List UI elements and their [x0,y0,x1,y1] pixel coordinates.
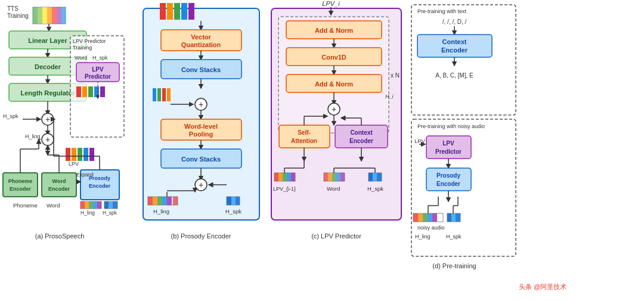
svg-rect-163 [451,213,456,222]
svg-text:Encoder: Encoder [48,186,70,192]
svg-rect-129 [336,173,340,181]
svg-rect-37 [85,201,89,209]
svg-rect-40 [97,201,101,209]
svg-text:Encoder: Encoder [89,183,111,189]
svg-rect-36 [80,201,85,209]
svg-rect-87 [162,197,167,205]
svg-rect-51 [88,86,93,97]
svg-rect-60 [188,3,194,20]
svg-rect-157 [418,213,423,222]
xn-label: x N [391,72,400,79]
decoder-label: Decoder [35,63,61,70]
svg-rect-50 [82,86,87,97]
add-norm-top-label: Add & Norm [315,27,353,34]
svg-text:+: + [45,135,50,144]
svg-rect-148 [426,136,471,159]
tts-label: TTS [7,5,18,12]
svg-rect-123 [287,173,291,181]
svg-text:Training: Training [73,45,92,51]
svg-rect-24 [72,148,76,161]
conv-stacks-top-label: Conv Stacks [181,66,221,73]
svg-rect-152 [426,168,471,191]
svg-rect-127 [328,173,332,181]
svg-rect-91 [227,197,231,205]
expand-label: Expand [76,172,94,178]
pretraining-noisy-label: Pre-training with noisy audio [417,123,485,129]
lpv-label-a: LPV [69,161,79,167]
svg-rect-4 [47,7,52,24]
svg-rect-69 [162,88,166,101]
svg-rect-158 [423,213,428,222]
hspk-lpv-label: H_spk [92,55,108,61]
conv-stacks-bottom-label: Conv Stacks [181,156,221,163]
svg-rect-126 [324,173,328,181]
hspk-bottom-label: H_spk [103,210,117,216]
svg-rect-23 [66,148,70,161]
lpv-predictor-d-label: LPV [442,140,454,147]
svg-rect-156 [413,213,418,222]
svg-text:+: + [45,114,50,124]
svg-rect-25 [78,148,82,161]
prosody-encoder-d-label: Prosody [436,172,460,179]
add-norm-bottom-label: Add & Norm [315,80,353,88]
word-encoder-label: Word [52,178,66,184]
svg-rect-28 [3,173,38,197]
svg-rect-109 [279,125,330,148]
svg-rect-6 [57,7,61,24]
word-bottom-label: Word [47,202,60,209]
training-label: Training [7,13,29,19]
svg-rect-59 [181,3,187,20]
svg-text:Encoder: Encoder [349,138,373,144]
hling-d-label: H_ling [415,234,431,240]
noisy-audio-label: noisy audio [417,225,445,231]
caption-d: (d) Pre-training [432,262,476,269]
lpv-d-label: LPV [414,138,426,144]
svg-rect-43 [109,201,113,209]
svg-rect-3 [42,7,47,24]
svg-text:+: + [199,180,203,190]
svg-text:Encoder: Encoder [436,181,460,187]
svg-text:Encoder: Encoder [10,186,32,192]
svg-rect-84 [148,197,153,205]
vector-quantization-label: Vector [191,33,211,41]
svg-rect-132 [369,173,373,181]
context-encoder-c-label: Context [350,129,373,136]
svg-rect-49 [76,86,81,97]
svg-rect-56 [160,3,166,20]
svg-rect-5 [52,7,57,24]
hling-label-a: H_ling [25,134,41,139]
phonemes-top: /, /, /, D, / [442,18,467,25]
svg-rect-93 [236,197,240,205]
word-label-lpv: Word [75,55,87,61]
pretraining-text-label: Pre-training with text [417,8,467,14]
svg-rect-39 [93,201,97,209]
svg-rect-111 [335,125,388,148]
svg-text:Predictor: Predictor [85,73,111,80]
svg-text:+: + [332,104,336,114]
phoneme-bottom-label: Phoneme [13,202,38,209]
hspk-label-a: H_spk [3,113,18,119]
svg-rect-130 [340,173,345,181]
word-level-pooling-label: Word-level [184,123,218,130]
svg-rect-162 [447,213,451,222]
svg-rect-164 [456,213,460,222]
svg-rect-2 [38,7,42,24]
hspk-d-label: H_spk [446,234,462,240]
svg-rect-70 [167,88,171,101]
svg-rect-26 [83,148,88,161]
svg-rect-85 [153,197,157,205]
svg-rect-57 [167,3,173,20]
lpv-predictor-box-label: LPV [92,66,104,73]
linear-layer-label: Linear Layer [28,37,67,44]
svg-rect-86 [157,197,162,205]
svg-rect-128 [332,173,336,181]
svg-rect-38 [89,201,93,209]
lpv-predictor-training-label: LPV Predictor [73,38,106,44]
svg-text:Attention: Attention [291,138,317,144]
svg-text:+: + [199,100,203,109]
hspk-b-label: H_spk [225,208,242,215]
svg-rect-52 [94,86,99,97]
caption-c: (c) LPV Predictor [311,232,361,240]
length-regulator-label: Length Regulator [20,89,75,97]
caption-a: (a) ProsoSpeech [35,232,85,240]
